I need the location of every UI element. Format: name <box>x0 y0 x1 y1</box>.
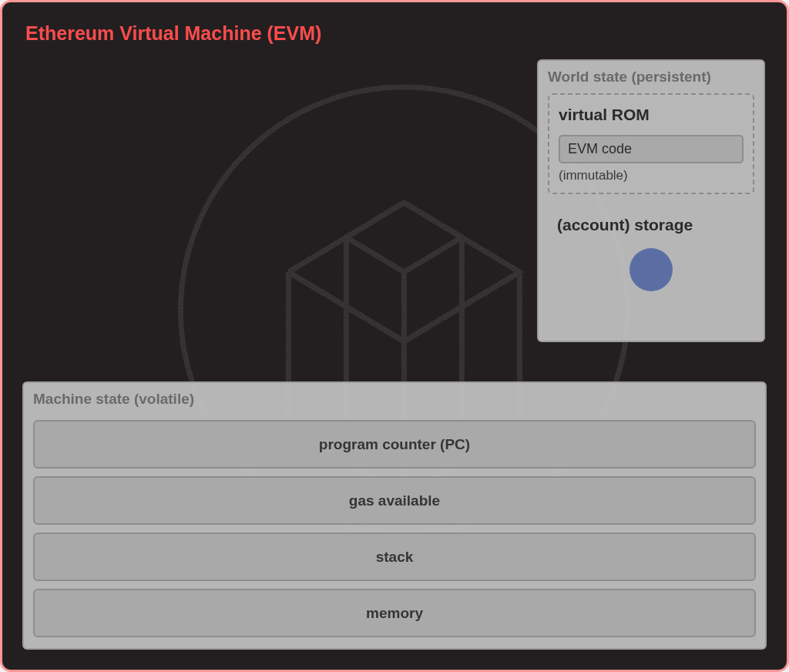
machine-state-item-stack: stack <box>33 533 756 581</box>
account-storage-box: (account) storage <box>548 203 754 299</box>
world-state-title: World state (persistent) <box>548 69 754 86</box>
machine-state-panel: Machine state (volatile) program counter… <box>22 381 767 650</box>
machine-state-item-gas: gas available <box>33 476 756 525</box>
immutable-label: (immutable) <box>559 168 744 183</box>
evm-diagram-frame: Ethereum Virtual Machine (EVM) World sta… <box>0 0 789 672</box>
machine-state-item-pc: program counter (PC) <box>33 420 756 469</box>
evm-code-box: EVM code <box>559 135 744 163</box>
virtual-rom-box: virtual ROM EVM code (immutable) <box>548 93 754 194</box>
diagram-title: Ethereum Virtual Machine (EVM) <box>25 22 321 45</box>
storage-dot-icon <box>630 248 673 291</box>
machine-state-item-memory: memory <box>33 589 756 637</box>
machine-state-title: Machine state (volatile) <box>33 391 756 408</box>
virtual-rom-title: virtual ROM <box>559 106 744 124</box>
machine-state-items: program counter (PC) gas available stack… <box>33 420 756 637</box>
account-storage-title: (account) storage <box>557 216 745 234</box>
world-state-panel: World state (persistent) virtual ROM EVM… <box>537 59 765 342</box>
